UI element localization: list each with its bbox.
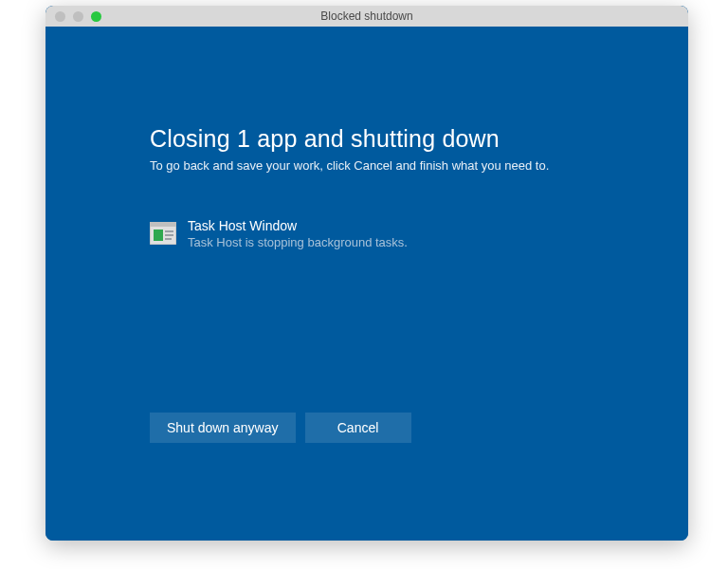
close-window-icon[interactable] (55, 11, 65, 22)
shutdown-screen: Closing 1 app and shutting down To go ba… (46, 27, 688, 541)
cancel-button[interactable]: Cancel (305, 413, 411, 443)
svg-rect-2 (154, 229, 163, 241)
traffic-lights (46, 11, 101, 22)
svg-rect-3 (165, 230, 173, 232)
blocking-app-name: Task Host Window (188, 218, 408, 233)
maximize-window-icon[interactable] (91, 11, 101, 22)
shut-down-anyway-button[interactable]: Shut down anyway (150, 413, 296, 443)
window-title: Blocked shutdown (46, 9, 688, 23)
task-host-app-icon (150, 222, 176, 245)
titlebar: Blocked shutdown (46, 6, 688, 27)
page-title: Closing 1 app and shutting down (150, 125, 688, 153)
blocking-app-row: Task Host Window Task Host is stopping b… (150, 218, 688, 249)
svg-rect-4 (165, 234, 173, 236)
page-subtitle: To go back and save your work, click Can… (150, 158, 688, 173)
svg-rect-5 (165, 238, 172, 240)
svg-rect-1 (150, 222, 176, 227)
blocking-app-text: Task Host Window Task Host is stopping b… (188, 218, 408, 249)
button-row: Shut down anyway Cancel (150, 413, 688, 443)
minimize-window-icon[interactable] (73, 11, 83, 22)
window-frame: Blocked shutdown Closing 1 app and shutt… (46, 6, 688, 541)
blocking-app-status: Task Host is stopping background tasks. (188, 235, 408, 249)
